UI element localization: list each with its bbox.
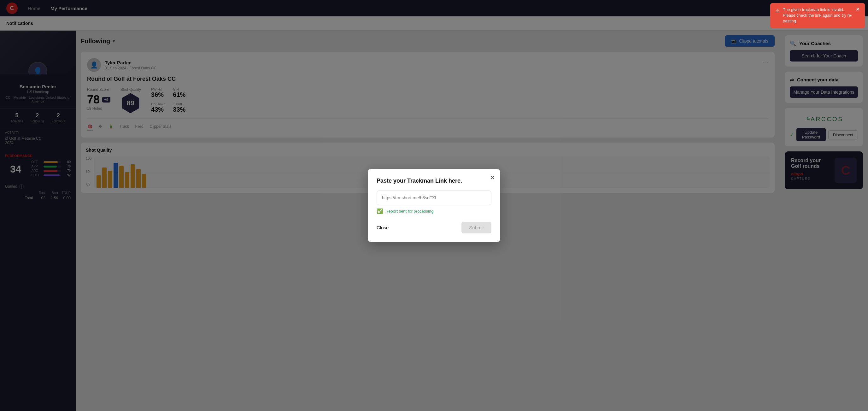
modal-close-x[interactable]: ✕ <box>490 174 495 181</box>
modal-footer: Close Submit <box>377 222 491 233</box>
warning-icon: ⚠ <box>775 7 780 14</box>
modal-close-button[interactable]: Close <box>377 225 389 230</box>
modal-success-text: Report sent for processing <box>385 209 433 214</box>
error-toast-message: The given trackman link is invalid. Plea… <box>783 7 852 24</box>
modal-overlay[interactable]: ✕ Paste your Trackman Link here. ✅ Repor… <box>0 0 868 411</box>
success-check-icon: ✅ <box>377 208 383 214</box>
error-toast-close[interactable]: ✕ <box>856 7 860 12</box>
modal-success-message: ✅ Report sent for processing <box>377 208 491 214</box>
error-toast: ⚠ The given trackman link is invalid. Pl… <box>770 3 865 28</box>
trackman-link-input[interactable] <box>377 191 491 205</box>
trackman-modal: ✕ Paste your Trackman Link here. ✅ Repor… <box>368 169 500 242</box>
modal-title: Paste your Trackman Link here. <box>377 178 491 184</box>
modal-submit-button[interactable]: Submit <box>461 222 491 233</box>
